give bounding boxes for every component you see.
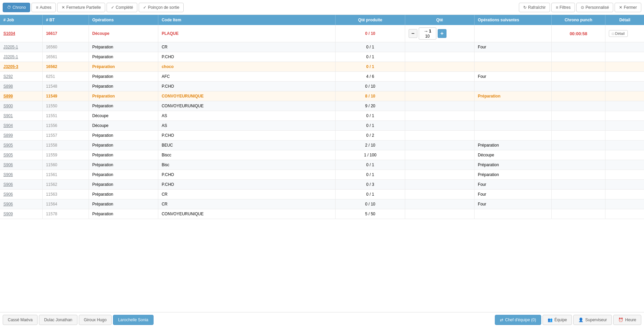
qty-minus-button[interactable]: − <box>409 29 417 38</box>
job-link[interactable]: J3205-1 <box>3 54 18 59</box>
col-header-ops-suiv: Opérations suivantes <box>474 15 551 25</box>
qte-prod-value: 0 / 1 <box>366 192 374 197</box>
job-link[interactable]: S906 <box>3 182 13 187</box>
bt-value: 11549 <box>46 94 57 99</box>
ops-suiv-value: Four <box>478 74 486 79</box>
table-row: S90611561PréparationP.CHO0 / 1Préparatio… <box>0 170 644 180</box>
job-link[interactable]: S904 <box>3 123 13 128</box>
bt-value: 16561 <box>46 54 57 59</box>
ops-value: Préparation <box>92 212 113 216</box>
ops-value: Découpe <box>92 113 109 118</box>
table-row: S90411556DécoupeAS0 / 1 <box>0 121 644 131</box>
col-header-detail: Détail <box>605 15 644 25</box>
ops-value: Préparation <box>92 84 113 89</box>
table-row: S2926251PréparationAFC4 / 6Four <box>0 72 644 82</box>
tab-poincon[interactable]: ✓ Poinçon de sortie <box>139 3 184 12</box>
table-row: S90611560PréparationBisc0 / 1Préparation <box>0 160 644 170</box>
filters-button[interactable]: ≡ Filtres <box>551 3 575 12</box>
chrono-value: 00:00:58 <box>570 31 587 36</box>
job-link[interactable]: S906 <box>3 162 13 167</box>
job-link[interactable]: S899 <box>3 133 13 138</box>
code-value: AS <box>162 123 167 128</box>
refresh-button[interactable]: ↻ Rafraîchir <box>519 3 550 12</box>
user-giroux[interactable]: Giroux Hugo <box>79 315 112 325</box>
list-icon: ≡ <box>36 5 38 10</box>
job-link[interactable]: S906 <box>3 192 13 197</box>
bt-value: 11551 <box>46 113 57 118</box>
ops-value: Préparation <box>92 133 113 138</box>
job-link[interactable]: S292 <box>3 74 13 79</box>
equipe-icon: 👥 <box>548 318 553 322</box>
tab-complete[interactable]: ✓ Complété <box>107 3 137 12</box>
superviseur-button[interactable]: 👤 Superviseur <box>573 315 612 325</box>
equipe-button[interactable]: 👥 Équipe <box>543 315 572 325</box>
code-value: P.CHO <box>162 172 174 177</box>
user-casse[interactable]: Cassé Maéva <box>3 315 38 325</box>
bt-value: 11562 <box>46 182 57 187</box>
ops-value: Préparation <box>92 202 113 206</box>
qty-display: →110 <box>419 27 436 40</box>
bt-value: 11557 <box>46 133 57 138</box>
ops-suiv-value: Découpe <box>478 153 494 157</box>
job-link[interactable]: S905 <box>3 143 13 148</box>
detail-button[interactable]: □ Détail <box>609 30 627 37</box>
qte-prod-value: 0 / 1 <box>366 64 374 69</box>
tab-fermeture[interactable]: ✕ Fermeture Partielle <box>57 3 105 12</box>
code-value: Bisc <box>162 162 169 167</box>
col-header-ops: Opérations <box>89 15 158 25</box>
job-link[interactable]: S900 <box>3 104 13 108</box>
ops-value: Préparation <box>92 153 113 157</box>
table-header-row: # Job # BT Opérations Code Item Qté prod… <box>0 15 644 25</box>
job-link[interactable]: J3205-3 <box>3 64 18 69</box>
job-link[interactable]: S899 <box>3 94 13 99</box>
table-row: S90111551DécoupeAS0 / 1 <box>0 111 644 121</box>
ops-suiv-value: Four <box>478 45 486 49</box>
close-button[interactable]: ✕ Fermer <box>615 3 641 12</box>
ops-suiv-value: Four <box>478 182 486 187</box>
ops-value: Préparation <box>92 104 113 108</box>
bt-value: 11563 <box>46 192 57 197</box>
tab-autres[interactable]: ≡ Autres <box>31 3 56 12</box>
table-row: S103416617DécoupePLAQUE0 / 10−→110+00:00… <box>0 25 644 42</box>
col-header-qte-prod: Qté produite <box>336 15 405 25</box>
bottom-bar: Cassé Maéva Dulac Jonathan Giroux Hugo L… <box>0 312 644 327</box>
qte-prod-value: 2 / 10 <box>365 143 375 148</box>
qty-plus-button[interactable]: + <box>438 29 446 38</box>
table-row: S90611562PréparationP.CHO0 / 3Four <box>0 180 644 190</box>
col-header-job: # Job <box>0 15 42 25</box>
ops-value: Préparation <box>92 45 113 49</box>
job-link[interactable]: S909 <box>3 212 13 216</box>
chef-equipe-button[interactable]: ⇄ Chef d'équipe (0) <box>495 315 541 325</box>
user-dulac[interactable]: Dulac Jonathan <box>39 315 77 325</box>
job-link[interactable]: S898 <box>3 84 13 89</box>
job-link[interactable]: S906 <box>3 202 13 206</box>
refresh-icon: ↻ <box>523 5 527 10</box>
code-value: CONVOYEURUNIQUE <box>162 104 204 108</box>
personalise-button[interactable]: ⊙ Personnalisé <box>576 3 613 12</box>
ops-value: Préparation <box>92 182 113 187</box>
ops-suiv-value: Four <box>478 192 486 197</box>
tab-chrono[interactable]: ⏱ Chrono <box>3 3 30 12</box>
ops-suiv-value: Préparation <box>478 162 499 167</box>
bt-value: 6251 <box>46 74 55 79</box>
table-row: S90511559PréparationBiscc1 / 100Découpe <box>0 150 644 160</box>
job-link[interactable]: S901 <box>3 113 13 118</box>
ops-value: Préparation <box>92 192 113 197</box>
user-larochelle[interactable]: Larochelle Sonia <box>113 315 153 325</box>
bt-value: 11550 <box>46 104 57 108</box>
jobs-table: # Job # BT Opérations Code Item Qté prod… <box>0 15 644 219</box>
job-link[interactable]: S1034 <box>3 31 15 36</box>
code-value: P.CHO <box>162 54 174 59</box>
code-value: CR <box>162 192 167 197</box>
qte-prod-value: 0 / 10 <box>365 84 375 89</box>
heure-button[interactable]: ⏰ Heure <box>613 315 641 325</box>
ops-suiv-value: Préparation <box>478 143 499 148</box>
job-link[interactable]: S906 <box>3 172 13 177</box>
qte-prod-value: 0 / 1 <box>366 172 374 177</box>
qty-val2: 10 <box>425 34 430 39</box>
col-header-bt: # BT <box>42 15 89 25</box>
ops-suiv-value: Four <box>478 202 486 206</box>
qte-prod-value: 8 / 10 <box>365 94 375 99</box>
job-link[interactable]: J3205-1 <box>3 45 18 49</box>
job-link[interactable]: S905 <box>3 153 13 157</box>
